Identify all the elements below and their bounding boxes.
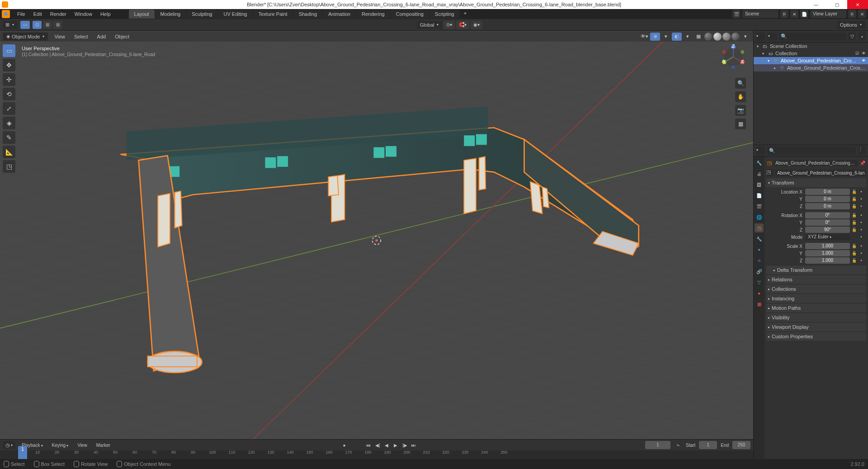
snap-toggle[interactable]: ⊡ — [33, 21, 42, 29]
viewport-display-header[interactable]: ▸Viewport Display — [766, 322, 866, 332]
header-add[interactable]: Add — [94, 34, 109, 39]
tab-rendering[interactable]: Rendering — [356, 9, 390, 19]
close-button[interactable]: ✕ — [847, 0, 868, 9]
scale-x[interactable]: 1.000 — [805, 243, 850, 249]
gizmo-toggle[interactable]: ⊕ — [650, 33, 660, 41]
orientation-dropdown[interactable]: Global — [417, 21, 443, 29]
outliner[interactable]: ▾ 🗀 Scene Collection ▾ ▭ Collection ☑👁 ▾… — [754, 43, 868, 145]
menu-file[interactable]: File — [14, 10, 29, 18]
snap-element[interactable]: ⊞ — [43, 21, 52, 29]
scene-browse-icon[interactable]: 🎬 — [732, 10, 741, 18]
lock-loc-x[interactable]: 🔓 — [851, 189, 857, 195]
scale-y[interactable]: 1.000 — [805, 250, 850, 256]
ptab-particles[interactable]: ✦ — [755, 245, 764, 254]
outliner-row-collection[interactable]: ▾ ▭ Collection ☑👁 — [754, 50, 868, 57]
ptab-tool[interactable]: 🔧 — [755, 158, 764, 167]
tab-scripting[interactable]: Scripting — [429, 9, 460, 19]
perspective-icon[interactable]: ▦ — [735, 118, 746, 129]
object-datablock-icon[interactable]: ◳ — [766, 169, 774, 176]
menu-help[interactable]: Help — [97, 10, 114, 18]
timeline-editor-dropdown[interactable]: ◷ — [3, 441, 15, 449]
keyframe-next[interactable]: |▶ — [401, 441, 409, 449]
location-z[interactable]: 0 m — [805, 203, 850, 209]
ptab-view-layer[interactable]: 📄 — [755, 191, 764, 200]
navigation-gizmo[interactable]: X Y Z — [721, 44, 746, 70]
lock-rot-x[interactable]: 🔓 — [851, 212, 857, 218]
new-scene-button[interactable]: ⎘ — [780, 10, 788, 18]
delta-transform-header[interactable]: ▸Delta Transform — [766, 265, 866, 275]
timeline-keying[interactable]: Keying — [49, 443, 71, 448]
gizmo-dropdown[interactable]: ▾ — [661, 33, 671, 41]
snap-dropdown[interactable]: 🧲▾ — [456, 21, 469, 29]
tab-modeling[interactable]: Modeling — [155, 9, 186, 19]
ptab-constraints[interactable]: 🔗 — [755, 267, 764, 276]
shading-material[interactable] — [722, 33, 731, 41]
playhead[interactable]: 1 — [18, 446, 27, 459]
outliner-root[interactable]: ▾ 🗀 Scene Collection — [754, 43, 868, 50]
outliner-row-object[interactable]: ▾ ▽ Above_Ground_Pedestrian_Crossing_6-l… — [754, 57, 868, 64]
maximize-button[interactable]: ▢ — [826, 0, 847, 9]
auto-key-toggle[interactable]: ● — [340, 441, 348, 449]
menu-render[interactable]: Render — [47, 10, 70, 18]
tab-uv-editing[interactable]: UV Editing — [218, 9, 252, 19]
ptab-mesh-data[interactable]: ▽ — [755, 278, 764, 287]
layer-browse-icon[interactable]: 📄 — [800, 10, 808, 18]
rotation-x[interactable]: 0° — [805, 212, 850, 218]
select-tool-icon[interactable]: ▭ — [20, 21, 30, 29]
tab-sculpting[interactable]: Sculpting — [186, 9, 217, 19]
overlay-dropdown[interactable]: ▾ — [683, 33, 693, 41]
rotation-mode[interactable]: XYZ Euler — [805, 234, 850, 240]
tab-texture-paint[interactable]: Texture Paint — [253, 9, 292, 19]
lock-rot-z[interactable]: 🔓 — [851, 227, 857, 233]
transform-header[interactable]: ▾Transform — [766, 178, 866, 187]
play-reverse[interactable]: ◀ — [382, 441, 391, 449]
collections-header[interactable]: ▸Collections — [766, 284, 866, 294]
tab-compositing[interactable]: Compositing — [391, 9, 429, 19]
object-name-input[interactable] — [775, 170, 866, 176]
end-frame-field[interactable]: 250 — [732, 441, 750, 449]
jump-end[interactable]: ⏭ — [410, 441, 418, 449]
header-object[interactable]: Object — [112, 34, 132, 39]
outliner-filter[interactable]: ▽ — [848, 33, 856, 41]
ptab-modifiers[interactable]: 🔧 — [755, 234, 764, 243]
lock-loc-z[interactable]: 🔓 — [851, 203, 857, 209]
pin-icon[interactable]: 📌 — [860, 161, 865, 166]
lock-loc-y[interactable]: 🔓 — [851, 196, 857, 202]
3d-viewport[interactable]: User Perspective (1) Collection | Above_… — [0, 42, 753, 439]
scale-z[interactable]: 1.000 — [805, 257, 850, 264]
pivot-dropdown[interactable]: ⊙▾ — [443, 21, 455, 29]
tool-select-box[interactable]: ▭ — [3, 44, 15, 57]
location-y[interactable]: 0 m — [805, 196, 850, 202]
ptab-texture[interactable]: ▦ — [755, 299, 764, 308]
minimize-button[interactable]: — — [806, 0, 826, 9]
properties-options[interactable]: ⋮ — [858, 147, 866, 155]
jump-start[interactable]: ⏮ — [364, 441, 373, 449]
editor-type-dropdown[interactable]: ⊞ — [3, 21, 18, 29]
camera-icon[interactable]: 📷 — [735, 105, 746, 116]
tool-scale[interactable]: ⤢ — [3, 102, 15, 115]
motion-paths-header[interactable]: ▸Motion Paths — [766, 303, 866, 313]
proportional-edit[interactable]: ◉▾ — [471, 21, 482, 29]
pan-icon[interactable]: ✋ — [735, 91, 746, 102]
properties-editor-dropdown[interactable] — [755, 147, 765, 155]
lock-scale-z[interactable]: 🔓 — [851, 257, 857, 264]
tab-layout[interactable]: Layout — [129, 9, 155, 19]
properties-search[interactable]: 🔍 — [767, 147, 856, 155]
delete-scene-button[interactable]: ✕ — [790, 10, 798, 18]
shading-solid[interactable] — [713, 33, 722, 41]
ptab-object[interactable]: ◳ — [755, 223, 764, 232]
tool-move[interactable]: ✢ — [3, 73, 15, 86]
relations-header[interactable]: ▸Relations — [766, 275, 866, 284]
keyframe-prev[interactable]: ◀| — [373, 441, 382, 449]
snap-target[interactable]: ⊞ — [53, 21, 62, 29]
ptab-world[interactable]: 🌐 — [755, 213, 764, 222]
tool-transform[interactable]: ◈ — [3, 117, 15, 129]
outliner-editor-dropdown[interactable] — [755, 33, 765, 41]
timeline-track[interactable]: 1 10203040506070809010011012013014015016… — [0, 450, 753, 459]
tool-rotate[interactable]: ⟲ — [3, 88, 15, 100]
scene-name-field[interactable]: Scene — [742, 10, 778, 18]
tab-animation[interactable]: Animation — [323, 9, 356, 19]
tab-shading[interactable]: Shading — [293, 9, 322, 19]
tool-cursor[interactable]: ✥ — [3, 59, 15, 71]
add-workspace-button[interactable]: + — [460, 9, 470, 19]
